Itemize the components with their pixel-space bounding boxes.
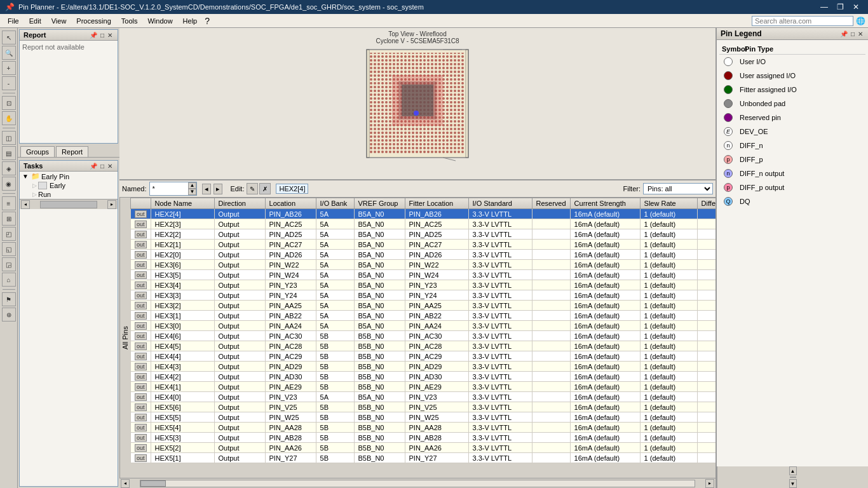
legend-pin-btn[interactable]: 📌 xyxy=(839,30,849,37)
th-io-standard[interactable]: I/O Standard xyxy=(468,198,532,209)
scroll-left[interactable]: ◂ xyxy=(21,200,30,209)
table-row[interactable]: out HEX5[3] Output PIN_AB28 5B B5B_N0 PI… xyxy=(131,433,716,443)
scroll-thumb[interactable] xyxy=(40,201,97,208)
tasks-max-btn[interactable]: □ xyxy=(99,163,105,170)
table-row[interactable]: out HEX3[1] Output PIN_AB22 5A B5A_N0 PI… xyxy=(131,311,716,321)
table-row[interactable]: out HEX3[3] Output PIN_Y24 5A B5A_N0 PIN… xyxy=(131,290,716,301)
tree-item-early-pin[interactable]: ▼ 📁 Early Pin xyxy=(20,172,118,181)
table-row[interactable]: out HEX4[5] Output PIN_AC28 5B B5B_N0 PI… xyxy=(131,341,716,351)
table-row[interactable]: out HEX3[6] Output PIN_W22 5A B5A_N0 PIN… xyxy=(131,260,716,270)
tool-btn-2[interactable]: 🔍 xyxy=(2,46,16,60)
tasks-h-scrollbar[interactable]: ◂ ▸ xyxy=(20,199,118,209)
th-vref-group[interactable]: VREF Group xyxy=(354,198,405,209)
edit-btn-1[interactable]: ✎ xyxy=(247,183,258,194)
tool-btn-fit[interactable]: ⊡ xyxy=(2,96,16,110)
th-icon[interactable] xyxy=(131,198,151,209)
vscroll-up[interactable]: ▲ xyxy=(789,466,797,475)
table-wrapper[interactable]: Node Name Direction Location I/O Bank VR… xyxy=(130,198,715,478)
table-row[interactable]: out HEX2[1] Output PIN_AC27 5A B5A_N0 PI… xyxy=(131,240,716,250)
table-row[interactable]: out HEX3[0] Output PIN_AA24 5A B5A_N0 PI… xyxy=(131,321,716,331)
table-row[interactable]: out HEX2[2] Output PIN_AD25 5A B5A_N0 PI… xyxy=(131,229,716,240)
vscroll-track[interactable] xyxy=(790,477,796,478)
tool-btn-15[interactable]: ⚑ xyxy=(2,292,16,306)
filter-select[interactable]: Pins: all Pins: unassigned Pins: assigne… xyxy=(643,183,713,194)
report-max-btn[interactable]: □ xyxy=(99,32,105,39)
filter-up[interactable]: ▲ xyxy=(188,182,197,189)
tool-btn-6[interactable]: ▤ xyxy=(2,146,16,160)
report-pin-btn[interactable]: 📌 xyxy=(88,32,98,39)
table-row[interactable]: out HEX5[6] Output PIN_V25 5B B5B_N0 PIN… xyxy=(131,402,716,412)
tool-btn-14[interactable]: ⌂ xyxy=(2,273,16,287)
menu-processing[interactable]: Processing xyxy=(71,16,116,26)
tool-btn-10[interactable]: ⊞ xyxy=(2,212,16,226)
scroll-right[interactable]: ▸ xyxy=(107,200,116,209)
scroll-left-arrow[interactable]: ◂ xyxy=(121,479,130,488)
tool-btn-9[interactable]: ≡ xyxy=(2,196,16,210)
named-prev-btn[interactable]: ◂ xyxy=(202,184,211,194)
menu-view[interactable]: View xyxy=(46,16,72,26)
tool-btn-zoom-out[interactable]: - xyxy=(2,76,16,90)
tasks-pin-btn[interactable]: 📌 xyxy=(88,163,98,170)
tool-btn-11[interactable]: ◰ xyxy=(2,227,16,241)
tool-btn-hand[interactable]: ✋ xyxy=(2,111,16,125)
tool-btn-16[interactable]: ⊛ xyxy=(2,308,16,322)
table-row[interactable]: out HEX5[2] Output PIN_AA26 5B B5B_N0 PI… xyxy=(131,443,716,453)
tab-report[interactable]: Report xyxy=(56,146,88,157)
named-input[interactable] xyxy=(150,184,188,193)
th-io-bank[interactable]: I/O Bank xyxy=(316,198,354,209)
th-location[interactable]: Location xyxy=(265,198,316,209)
filter-down[interactable]: ▼ xyxy=(188,189,197,195)
tool-btn-5[interactable]: ◫ xyxy=(2,131,16,145)
legend-max-btn[interactable]: □ xyxy=(850,30,856,37)
menu-tools[interactable]: Tools xyxy=(116,16,143,26)
menu-window[interactable]: Window xyxy=(142,16,177,26)
minimize-button[interactable]: — xyxy=(817,3,832,11)
table-row[interactable]: out HEX4[0] Output PIN_V23 5A B5A_N0 PIN… xyxy=(131,392,716,402)
search-input[interactable] xyxy=(755,17,850,25)
legend-vscroll[interactable]: ▲ ▼ xyxy=(717,466,868,488)
tab-groups[interactable]: Groups xyxy=(20,146,55,157)
th-node-name[interactable]: Node Name xyxy=(151,198,214,209)
table-row[interactable]: out HEX4[6] Output PIN_AC30 5B B5B_N0 PI… xyxy=(131,331,716,341)
legend-close-btn[interactable]: ✕ xyxy=(857,30,864,37)
scroll-track[interactable] xyxy=(140,480,695,487)
table-row[interactable]: out HEX3[4] Output PIN_Y23 5A B5A_N0 PIN… xyxy=(131,280,716,290)
tool-btn-zoom-in[interactable]: + xyxy=(2,61,16,75)
report-close-btn[interactable]: ✕ xyxy=(106,32,114,39)
tool-btn-13[interactable]: ◲ xyxy=(2,257,16,271)
tool-btn-7[interactable]: ◈ xyxy=(2,161,16,175)
menu-file[interactable]: File xyxy=(3,16,24,26)
table-row[interactable]: out HEX2[4] Output PIN_AB26 5A B5A_N0 PI… xyxy=(131,209,716,219)
menu-help[interactable]: Help xyxy=(178,16,203,26)
scroll-thumb-h[interactable] xyxy=(140,480,166,487)
th-diff-pair[interactable]: Differential Pair xyxy=(697,198,715,209)
th-slew-rate[interactable]: Slew Rate xyxy=(640,198,697,209)
tool-btn-1[interactable]: ↖ xyxy=(2,30,16,44)
named-next-btn[interactable]: ▸ xyxy=(214,184,222,194)
tool-btn-12[interactable]: ◱ xyxy=(2,242,16,256)
table-row[interactable]: out HEX4[3] Output PIN_AD29 5B B5B_N0 PI… xyxy=(131,362,716,372)
table-row[interactable]: out HEX5[5] Output PIN_W25 5B B5B_N0 PIN… xyxy=(131,412,716,423)
th-fitter-location[interactable]: Fitter Location xyxy=(405,198,468,209)
help-icon[interactable]: ? xyxy=(205,16,210,26)
th-direction[interactable]: Direction xyxy=(214,198,265,209)
table-row[interactable]: out HEX4[2] Output PIN_AD30 5B B5B_N0 PI… xyxy=(131,372,716,382)
table-row[interactable]: out HEX4[4] Output PIN_AC29 5B B5B_N0 PI… xyxy=(131,351,716,362)
scroll-right-arrow[interactable]: ▸ xyxy=(705,479,714,488)
tree-item-early[interactable]: ▷ Early xyxy=(20,181,118,190)
table-row[interactable]: out HEX3[5] Output PIN_W24 5A B5A_N0 PIN… xyxy=(131,270,716,280)
close-button[interactable]: ✕ xyxy=(849,3,863,11)
maximize-button[interactable]: ❐ xyxy=(833,3,848,11)
th-reserved[interactable]: Reserved xyxy=(532,198,570,209)
th-current-strength[interactable]: Current Strength xyxy=(570,198,640,209)
edit-btn-2[interactable]: ✗ xyxy=(259,183,271,194)
vscroll-down[interactable]: ▼ xyxy=(789,479,797,488)
search-box[interactable] xyxy=(752,16,853,26)
table-row[interactable]: out HEX5[1] Output PIN_Y27 5B B5B_N0 PIN… xyxy=(131,453,716,463)
table-row[interactable]: out HEX4[1] Output PIN_AE29 5B B5B_N0 PI… xyxy=(131,382,716,392)
tree-item-run[interactable]: ▷ Run xyxy=(20,190,118,199)
table-row[interactable]: out HEX2[3] Output PIN_AC25 5A B5A_N0 PI… xyxy=(131,219,716,229)
table-row[interactable]: out HEX3[2] Output PIN_AA25 5A B5A_N0 PI… xyxy=(131,301,716,311)
menu-edit[interactable]: Edit xyxy=(24,16,46,26)
tasks-close-btn[interactable]: ✕ xyxy=(106,163,114,170)
